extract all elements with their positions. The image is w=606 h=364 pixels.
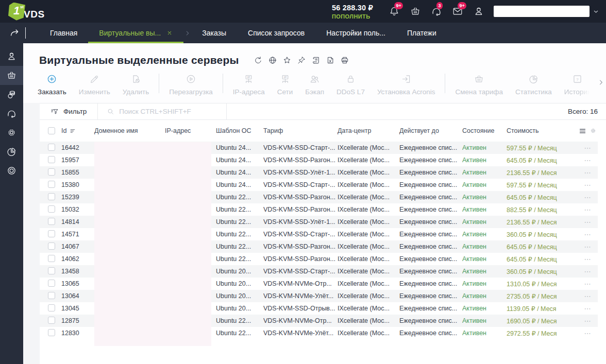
cell-valid-until: Ежедневное спис... [399, 144, 462, 151]
app-root: 1 st VDS 56 288.30 ₽ ПОПОЛНИТЬ 9+ 3 [0, 0, 606, 364]
toolbar-button-reboot[interactable]: Перезагрузка [163, 73, 219, 97]
row-actions-button[interactable]: ⋯ [584, 330, 598, 337]
user-name-redacted[interactable] [494, 6, 590, 17]
row-checkbox[interactable] [48, 242, 55, 250]
column-header-tariff[interactable]: Тариф [263, 127, 338, 134]
sidebar-item-clients[interactable] [0, 47, 23, 66]
row-checkbox[interactable] [48, 205, 55, 213]
cell-id: 14062 [61, 255, 94, 263]
toolbar-button-history[interactable]: История [558, 73, 597, 97]
forward-arrow-button[interactable] [9, 28, 20, 39]
topup-link[interactable]: ПОПОЛНИТЬ [332, 13, 373, 20]
toolbar-button-delete[interactable]: Удалить [116, 73, 156, 97]
column-header-id[interactable]: Id [61, 127, 94, 134]
column-header-state[interactable]: Состояние [462, 127, 507, 134]
profile-button[interactable] [473, 6, 484, 17]
row-checkbox[interactable] [48, 181, 55, 188]
column-header-os-template[interactable]: Шаблон ОС [216, 127, 263, 134]
cell-valid-until: Ежедневное спис... [399, 268, 462, 275]
row-actions-button[interactable]: ⋯ [584, 157, 598, 164]
column-header-ip[interactable]: IP-адрес [165, 127, 216, 134]
tab-user-settings[interactable]: Настройки поль... [315, 23, 396, 43]
column-header-datacenter[interactable]: Дата-центр [338, 127, 399, 134]
toolbar-button-networks[interactable]: Сети [271, 73, 299, 97]
toolbar-button-acronis-install[interactable]: Установка Acronis [371, 73, 442, 97]
row-checkbox[interactable] [48, 280, 55, 287]
sidebar-item-billing[interactable] [0, 85, 23, 104]
toolbar-button-change-tariff[interactable]: Смена тарифа [449, 73, 509, 97]
row-checkbox[interactable] [48, 168, 55, 176]
column-header-domain[interactable]: Доменное имя [94, 127, 165, 134]
search-input[interactable] [119, 108, 209, 115]
brand-logo[interactable]: 1 st VDS [8, 3, 58, 21]
row-checkbox[interactable] [48, 144, 55, 151]
toolbar-button-order[interactable]: Заказать [31, 73, 73, 97]
log-button[interactable] [311, 56, 321, 65]
row-actions-button[interactable]: ⋯ [584, 292, 598, 300]
row-actions-button[interactable]: ⋯ [584, 280, 598, 288]
row-actions-button[interactable]: ⋯ [584, 218, 598, 226]
row-checkbox[interactable] [48, 267, 55, 274]
row-checkbox[interactable] [48, 156, 55, 163]
support-button[interactable]: 3 [431, 6, 442, 17]
row-checkbox[interactable] [48, 292, 55, 299]
print-button[interactable] [340, 56, 349, 65]
toolbar-button-ip-addresses[interactable]: IP-адреса [227, 73, 271, 97]
sidebar-item-products[interactable] [0, 66, 23, 85]
sort-icon[interactable] [70, 128, 76, 134]
row-checkbox[interactable] [48, 230, 55, 237]
nav-divider [25, 27, 26, 39]
row-actions-button[interactable]: ⋯ [584, 317, 598, 325]
row-actions-button[interactable]: ⋯ [584, 144, 598, 152]
row-actions-button[interactable]: ⋯ [584, 206, 598, 214]
row-checkbox[interactable] [48, 329, 55, 336]
favorite-button[interactable] [282, 56, 292, 65]
cell-valid-until: Ежедневное спис... [399, 181, 462, 188]
row-actions-button[interactable]: ⋯ [584, 181, 598, 189]
row-checkbox[interactable] [48, 218, 55, 225]
cell-tariff: VDS-KVM-SSD-Разгон... [263, 255, 338, 263]
row-actions-button[interactable]: ⋯ [584, 305, 598, 313]
tab-home[interactable]: Главная [39, 23, 88, 43]
sidebar-item-monitoring[interactable] [0, 161, 23, 180]
pin-button[interactable] [297, 56, 306, 65]
globe-button[interactable] [268, 56, 277, 65]
toolbar-button-statistics[interactable]: Статистика [509, 73, 558, 97]
chevron-down-icon[interactable] [592, 8, 600, 15]
tab-request-list[interactable]: Список запросов [237, 23, 315, 43]
notifications-button[interactable]: 9+ [389, 6, 400, 17]
row-checkbox[interactable] [48, 255, 55, 262]
toolbar-scroll-right-button[interactable] [597, 73, 604, 86]
row-checkbox[interactable] [48, 304, 55, 311]
messages-button[interactable]: 9+ [452, 6, 463, 17]
cell-os-template: Ubuntu 24... [216, 169, 263, 176]
select-all-checkbox[interactable] [48, 127, 55, 134]
row-actions-button[interactable]: ⋯ [584, 255, 598, 263]
close-icon[interactable] [166, 30, 173, 36]
cart-button[interactable] [410, 6, 421, 17]
log-icon [311, 56, 321, 65]
table-settings-gear-icon[interactable] [590, 127, 597, 134]
tab-virtual-servers[interactable]: Виртуальные вы... [88, 23, 183, 43]
refresh-button[interactable] [254, 56, 263, 65]
row-checkbox[interactable] [48, 193, 55, 200]
filter-button[interactable]: Фильтр [50, 108, 87, 116]
row-actions-button[interactable]: ⋯ [584, 194, 598, 201]
sidebar-item-support[interactable] [0, 104, 23, 123]
sidebar-item-statistics[interactable] [0, 142, 23, 161]
row-actions-button[interactable]: ⋯ [584, 169, 598, 177]
row-actions-button[interactable]: ⋯ [584, 231, 598, 238]
row-actions-button[interactable]: ⋯ [584, 243, 598, 251]
export-excel-button[interactable] [326, 56, 335, 65]
row-checkbox[interactable] [48, 317, 55, 324]
toolbar-button-edit[interactable]: Изменить [73, 73, 116, 97]
toolbar-button-backup[interactable]: Бэкап [299, 73, 330, 97]
tab-payments[interactable]: Платежи [396, 23, 447, 43]
tab-orders[interactable]: Заказы [191, 23, 237, 43]
column-header-valid-until[interactable]: Действует до [399, 127, 462, 134]
row-actions-button[interactable]: ⋯ [584, 268, 598, 275]
columns-menu-icon[interactable] [579, 127, 586, 135]
toolbar-button-ddos-l7[interactable]: DDoS L7 [330, 73, 371, 97]
column-header-price[interactable]: Стоимость [507, 127, 568, 134]
sidebar-item-settings[interactable] [0, 123, 23, 142]
